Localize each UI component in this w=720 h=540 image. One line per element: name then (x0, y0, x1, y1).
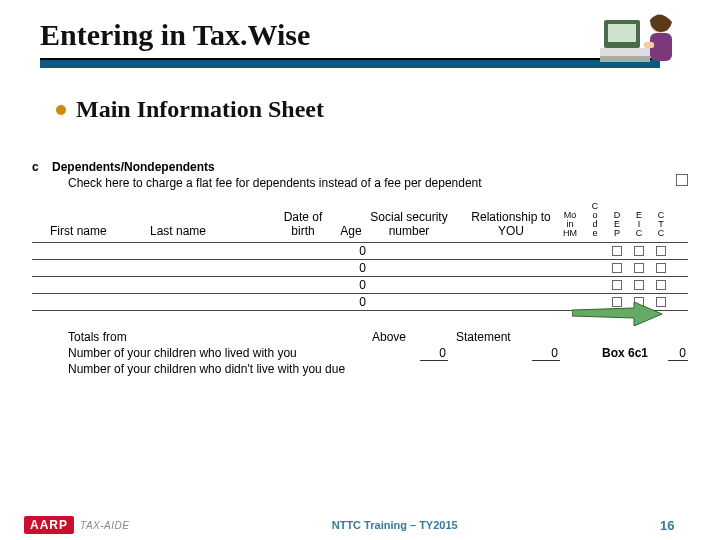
flat-fee-checkbox[interactable] (676, 174, 688, 186)
svg-marker-7 (572, 302, 662, 326)
age-cell: 0 (332, 277, 370, 293)
ctc-checkbox[interactable] (650, 277, 672, 293)
aarp-brand: AARP (24, 516, 74, 534)
svg-rect-2 (600, 48, 650, 56)
aarp-logo: AARP TAX-AIDE (24, 516, 129, 534)
dep-checkbox[interactable] (606, 243, 628, 259)
table-row: 0 (32, 277, 688, 294)
children-lived-label: Number of your children who lived with y… (68, 346, 297, 360)
footer-center: NTTC Training – TY2015 (129, 519, 660, 531)
table-row: 0 (32, 243, 688, 260)
col-last-name: Last name (150, 224, 250, 238)
col-eic: EIC (628, 211, 650, 238)
children-not-lived-label: Number of your children who didn't live … (68, 362, 345, 376)
table-header: First name Last name Date of birth Age S… (32, 202, 688, 242)
col-ctc: CTC (650, 211, 672, 238)
svg-rect-6 (644, 42, 654, 48)
table-body: 0 0 (32, 242, 688, 311)
form-screenshot: c Dependents/Nondependents Check here to… (32, 160, 688, 190)
title-underline-bar (40, 58, 660, 68)
section-label: Dependents/Nondependents (52, 160, 215, 174)
col-code: Code (584, 202, 606, 238)
section-subtext: Check here to charge a flat fee for depe… (68, 176, 688, 190)
taxaide-label: TAX-AIDE (80, 520, 129, 531)
pointer-arrow-icon (572, 302, 662, 329)
eic-checkbox[interactable] (628, 243, 650, 259)
statement-value: 0 (532, 346, 560, 361)
bullet-label: Main Information Sheet (76, 96, 324, 123)
footer: AARP TAX-AIDE NTTC Training – TY2015 16 (0, 510, 720, 540)
col-months: MoinHM (556, 211, 584, 238)
dep-checkbox[interactable] (606, 260, 628, 276)
dependents-table: First name Last name Date of birth Age S… (32, 202, 688, 311)
bullet-item: Main Information Sheet (0, 68, 720, 137)
above-value: 0 (420, 346, 448, 361)
box-6c1-label: Box 6c1 (602, 346, 648, 360)
ctc-checkbox[interactable] (650, 243, 672, 259)
svg-rect-1 (608, 24, 636, 42)
age-cell: 0 (332, 260, 370, 276)
age-cell: 0 (332, 294, 370, 310)
svg-rect-3 (600, 56, 650, 62)
eic-checkbox[interactable] (628, 277, 650, 293)
age-cell: 0 (332, 243, 370, 259)
eic-checkbox[interactable] (628, 260, 650, 276)
above-label: Above (372, 330, 406, 344)
section-letter: c (32, 160, 39, 174)
clipart-person-computer-icon (600, 8, 680, 68)
page-number: 16 (660, 518, 720, 533)
statement-label: Statement (456, 330, 511, 344)
totals-label: Totals from (68, 330, 127, 344)
totals-block: Totals from Above Statement Number of yo… (32, 330, 688, 378)
col-first-name: First name (50, 224, 150, 238)
col-ssn: Social security number (370, 210, 448, 238)
col-dob: Date of birth (274, 210, 332, 238)
table-row: 0 (32, 260, 688, 277)
col-relationship: Relationship to YOU (466, 210, 556, 238)
col-dep: DEP (606, 211, 628, 238)
ctc-checkbox[interactable] (650, 260, 672, 276)
bullet-icon (56, 105, 66, 115)
col-age: Age (332, 224, 370, 238)
box-6c1-value: 0 (668, 346, 688, 361)
dep-checkbox[interactable] (606, 277, 628, 293)
slide: Entering in Tax.Wise Main Information Sh… (0, 0, 720, 540)
